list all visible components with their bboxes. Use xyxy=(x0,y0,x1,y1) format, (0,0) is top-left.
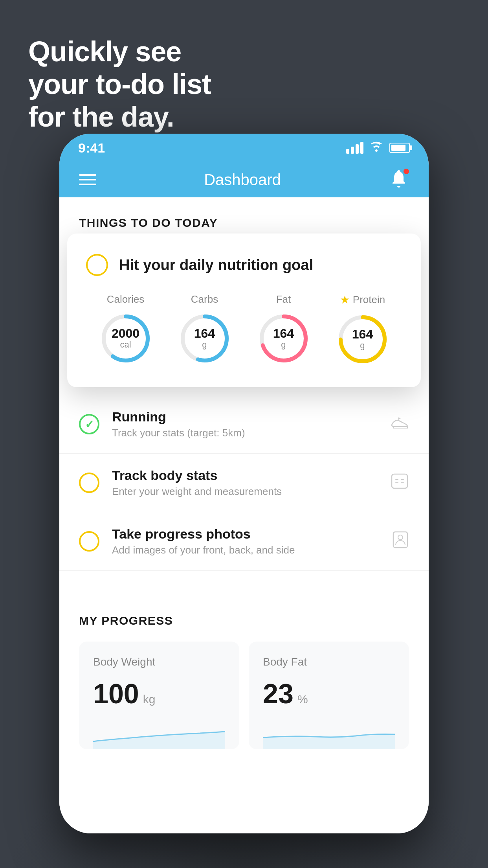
running-subtitle: Track your stats (target: 5km) xyxy=(112,427,378,439)
card-header: Hit your daily nutrition goal xyxy=(86,254,402,276)
progress-section: MY PROGRESS Body Weight 100 kg xyxy=(59,594,429,749)
phone-frame: 9:41 xyxy=(59,134,429,833)
checkmark-icon: ✓ xyxy=(85,418,94,431)
todo-item-body-stats[interactable]: Track body stats Enter your weight and m… xyxy=(59,454,429,512)
protein-label: Protein xyxy=(353,294,385,306)
todo-list: ✓ Running Track your stats (target: 5km) xyxy=(59,395,429,571)
fat-value: 164 xyxy=(273,327,294,340)
nutrition-fat: Fat 164 g xyxy=(256,293,311,366)
body-fat-card: Body Fat 23 % xyxy=(249,642,409,749)
photos-text: Take progress photos Add images of your … xyxy=(112,526,379,556)
progress-title: MY PROGRESS xyxy=(79,614,409,627)
content-area: THINGS TO DO TODAY Hit your daily nutrit… xyxy=(59,197,429,833)
battery-icon xyxy=(389,143,410,153)
body-weight-value-row: 100 kg xyxy=(93,680,225,708)
card-title: Hit your daily nutrition goal xyxy=(119,257,313,274)
status-icons xyxy=(346,142,410,154)
calories-value: 2000 xyxy=(112,327,139,340)
body-fat-chart xyxy=(263,722,395,749)
body-stats-text: Track body stats Enter your weight and m… xyxy=(112,468,378,498)
carbs-unit: g xyxy=(194,340,215,350)
notification-dot xyxy=(403,168,410,175)
body-weight-chart xyxy=(93,722,225,749)
hero-text: Quickly see your to-do list for the day. xyxy=(28,35,211,133)
person-icon xyxy=(392,530,409,553)
wifi-icon xyxy=(370,142,383,154)
photos-checkbox[interactable] xyxy=(79,531,99,552)
running-checkbox[interactable]: ✓ xyxy=(79,414,99,434)
calories-chart: 2000 cal xyxy=(98,311,153,366)
svg-rect-8 xyxy=(392,474,407,488)
nutrition-carbs: Carbs 164 g xyxy=(177,293,232,366)
progress-cards: Body Weight 100 kg xyxy=(79,642,409,749)
body-weight-unit: kg xyxy=(143,693,156,706)
body-fat-number: 23 xyxy=(263,680,294,708)
svg-point-10 xyxy=(398,535,403,540)
todo-item-photos[interactable]: Take progress photos Add images of your … xyxy=(59,512,429,571)
body-stats-title: Track body stats xyxy=(112,468,378,483)
signal-icon xyxy=(346,142,363,154)
spacer xyxy=(59,571,429,594)
section-header: THINGS TO DO TODAY xyxy=(59,197,429,230)
protein-star-icon: ★ xyxy=(340,293,350,306)
body-weight-card-title: Body Weight xyxy=(93,656,225,668)
body-fat-unit: % xyxy=(297,693,308,706)
todo-item-running[interactable]: ✓ Running Track your stats (target: 5km) xyxy=(59,395,429,454)
calories-label: Calories xyxy=(107,293,144,305)
protein-chart: 164 g xyxy=(335,312,390,367)
body-weight-card: Body Weight 100 kg xyxy=(79,642,239,749)
calories-unit: cal xyxy=(112,340,139,350)
photos-subtitle: Add images of your front, back, and side xyxy=(112,544,379,556)
running-text: Running Track your stats (target: 5km) xyxy=(112,409,378,439)
carbs-chart: 164 g xyxy=(177,311,232,366)
fat-label: Fat xyxy=(276,293,291,305)
hamburger-icon[interactable] xyxy=(79,174,96,185)
nutrition-row: Calories 2000 cal xyxy=(86,293,402,367)
nav-title: Dashboard xyxy=(204,171,281,189)
scale-icon xyxy=(390,473,409,493)
status-time: 9:41 xyxy=(78,140,105,156)
running-title: Running xyxy=(112,409,378,425)
body-weight-number: 100 xyxy=(93,680,139,708)
nav-bar: Dashboard xyxy=(59,162,429,197)
status-bar: 9:41 xyxy=(59,134,429,162)
protein-label-row: ★ Protein xyxy=(340,293,385,306)
shoe-icon xyxy=(390,416,409,433)
protein-value: 164 xyxy=(352,328,373,340)
carbs-value: 164 xyxy=(194,327,215,340)
notification-button[interactable] xyxy=(389,169,409,191)
phone-mockup: 9:41 xyxy=(59,134,429,833)
body-stats-checkbox[interactable] xyxy=(79,473,99,493)
nutrition-checkbox[interactable] xyxy=(86,254,108,276)
photos-title: Take progress photos xyxy=(112,526,379,542)
nutrition-card: Hit your daily nutrition goal Calories xyxy=(67,234,421,387)
protein-unit: g xyxy=(352,340,373,351)
nutrition-protein: ★ Protein 164 g xyxy=(335,293,390,367)
section-title: THINGS TO DO TODAY xyxy=(79,216,218,229)
carbs-label: Carbs xyxy=(191,293,218,305)
fat-chart: 164 g xyxy=(256,311,311,366)
body-stats-subtitle: Enter your weight and measurements xyxy=(112,485,378,498)
nutrition-calories: Calories 2000 cal xyxy=(98,293,153,366)
body-fat-card-title: Body Fat xyxy=(263,656,395,668)
body-fat-value-row: 23 % xyxy=(263,680,395,708)
fat-unit: g xyxy=(273,340,294,350)
